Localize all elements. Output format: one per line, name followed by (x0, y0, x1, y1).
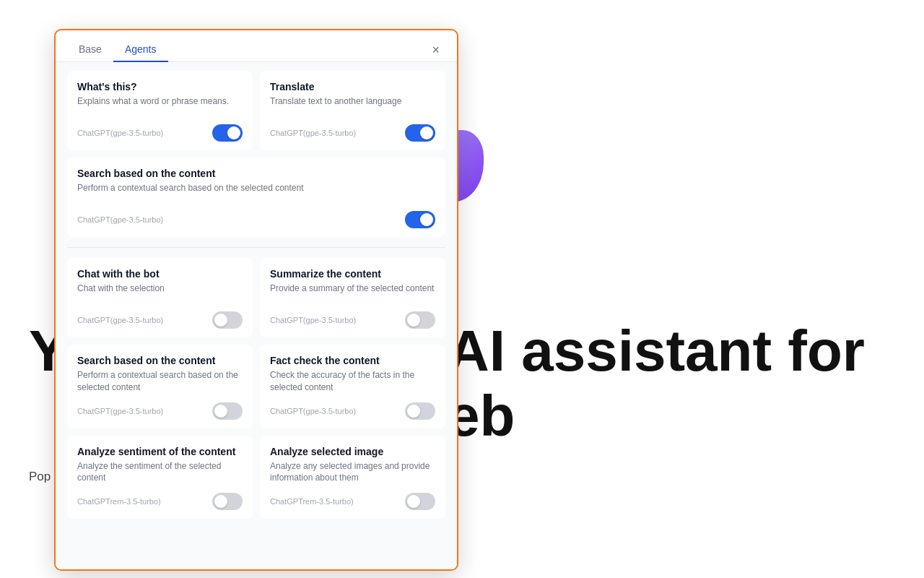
agent-desc-analyze-image: Analyze any selected images and provide … (270, 460, 435, 485)
toggle-knob-search-1 (420, 213, 433, 226)
toggle-search-2[interactable] (212, 402, 243, 420)
agents-dialog: Base Agents × What's this? Explains what… (54, 29, 458, 571)
agent-card-chat-bot: Chat with the bot Chat with the selectio… (67, 258, 253, 337)
agent-name-search-1: Search based on the content (77, 168, 435, 179)
agent-card-search-2: Search based on the content Perform a co… (67, 345, 253, 428)
tab-base[interactable]: Base (67, 38, 113, 62)
agent-desc-sentiment: Analyze the sentiment of the selected co… (77, 460, 243, 485)
bg-hero-text-2: AI assistant for (448, 318, 865, 384)
agent-card-whats-this: What's this? Explains what a word or phr… (67, 71, 253, 150)
agent-desc-fact-check: Check the accuracy of the facts in the s… (270, 369, 435, 394)
agent-desc-search-1: Perform a contextual search based on the… (77, 182, 435, 202)
agent-name-search-2: Search based on the content (77, 355, 243, 366)
toggle-search-1[interactable] (405, 211, 435, 228)
agent-model-search-2: ChatGPT(gpe-3.5-turbo) (77, 407, 163, 415)
toggle-analyze-image[interactable] (405, 493, 435, 510)
agent-name-sentiment: Analyze sentiment of the content (77, 446, 243, 457)
agent-model-fact-check: ChatGPT(gpe-3.5-turbo) (270, 407, 356, 415)
agent-desc-summarize: Provide a summary of the selected conten… (270, 282, 435, 303)
agent-footer-sentiment: ChatGPTrem-3.5-turbo) (77, 493, 243, 510)
agent-footer-search-2: ChatGPT(gpe-3.5-turbo) (77, 402, 243, 420)
toggle-summarize[interactable] (405, 311, 435, 329)
toggle-knob-search-2 (214, 405, 227, 418)
agent-model-chat-bot: ChatGPT(gpe-3.5-turbo) (77, 316, 163, 324)
agent-model-summarize: ChatGPT(gpe-3.5-turbo) (270, 316, 356, 324)
agent-card-analyze-image: Analyze selected image Analyze any selec… (260, 436, 445, 519)
toggle-knob-chat-bot (214, 314, 227, 327)
agent-name-fact-check: Fact check the content (270, 355, 435, 366)
toggle-whats-this[interactable] (212, 124, 243, 142)
toggle-chat-bot[interactable] (212, 311, 243, 329)
agent-footer-analyze-image: ChatGPTrem-3.5-turbo) (270, 493, 435, 510)
toggle-knob-analyze-image (407, 495, 420, 508)
agent-model-search-1: ChatGPT(gpe-3.5-turbo) (77, 215, 163, 224)
agent-footer-whats-this: ChatGPT(gpe-3.5-turbo) (77, 124, 243, 142)
agent-card-summarize: Summarize the content Provide a summary … (260, 258, 445, 337)
agent-card-sentiment: Analyze sentiment of the content Analyze… (67, 436, 253, 519)
agent-model-sentiment: ChatGPTrem-3.5-turbo) (77, 497, 161, 506)
agent-footer-chat-bot: ChatGPT(gpe-3.5-turbo) (77, 311, 243, 329)
agent-desc-translate: Translate text to another language (270, 95, 435, 116)
section-divider-1 (67, 247, 445, 248)
toggle-translate[interactable] (405, 124, 435, 142)
agent-model-whats-this: ChatGPT(gpe-3.5-turbo) (77, 129, 163, 137)
agent-desc-whats-this: Explains what a word or phrase means. (77, 95, 243, 116)
agent-name-chat-bot: Chat with the bot (77, 268, 243, 280)
toggle-knob-sentiment (214, 495, 227, 508)
agents-grid: What's this? Explains what a word or phr… (67, 71, 445, 519)
agent-footer-summarize: ChatGPT(gpe-3.5-turbo) (270, 311, 435, 329)
toggle-knob-translate (420, 126, 433, 139)
toggle-knob-whats-this (227, 126, 240, 139)
agent-footer-search-1: ChatGPT(gpe-3.5-turbo) (77, 211, 435, 228)
toggle-knob-summarize (407, 314, 420, 327)
dialog-header: Base Agents × (56, 30, 457, 62)
tab-agents[interactable]: Agents (113, 38, 168, 62)
dialog-body: What's this? Explains what a word or phr… (56, 62, 457, 569)
agent-name-analyze-image: Analyze selected image (270, 446, 435, 457)
agent-name-summarize: Summarize the content (270, 268, 435, 280)
agent-card-fact-check: Fact check the content Check the accurac… (260, 345, 445, 428)
agent-footer-translate: ChatGPT(gpe-3.5-turbo) (270, 124, 435, 142)
toggle-knob-fact-check (407, 405, 420, 418)
agent-name-translate: Translate (270, 81, 435, 92)
close-button[interactable]: × (426, 40, 445, 59)
toggle-fact-check[interactable] (405, 402, 435, 420)
agent-desc-chat-bot: Chat with the selection (77, 282, 243, 303)
agent-desc-search-2: Perform a contextual search based on the… (77, 369, 243, 394)
agent-card-translate: Translate Translate text to another lang… (260, 71, 445, 150)
agent-footer-fact-check: ChatGPT(gpe-3.5-turbo) (270, 402, 435, 420)
agent-name-whats-this: What's this? (77, 81, 243, 92)
agent-model-analyze-image: ChatGPTrem-3.5-turbo) (270, 497, 354, 506)
agent-card-search-1: Search based on the content Perform a co… (67, 158, 445, 237)
toggle-sentiment[interactable] (212, 493, 243, 510)
agent-model-translate: ChatGPT(gpe-3.5-turbo) (270, 129, 356, 137)
